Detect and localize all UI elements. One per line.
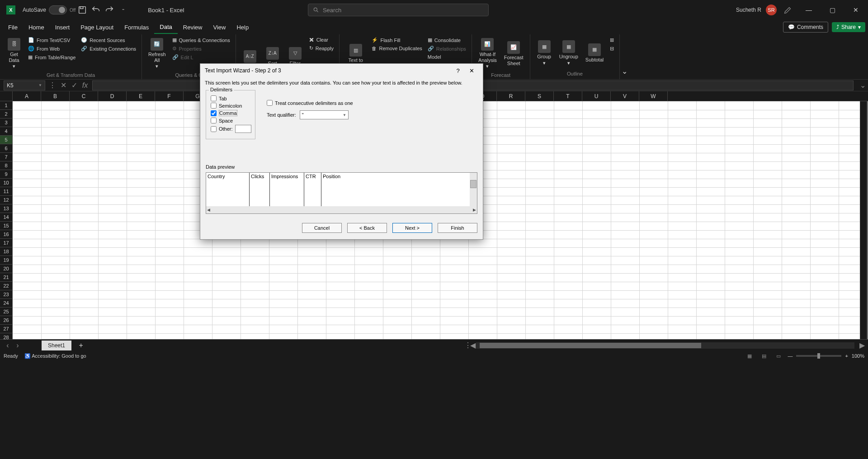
properties-button[interactable]: ⚙ Properties xyxy=(170,45,232,52)
back-button[interactable]: < Back xyxy=(347,223,387,233)
name-box[interactable]: K5▼ xyxy=(4,80,45,90)
page-break-view-icon[interactable]: ▭ xyxy=(773,352,784,360)
row-header[interactable]: 21 xyxy=(0,273,12,282)
normal-view-icon[interactable]: ▦ xyxy=(744,352,755,360)
tab-view[interactable]: View xyxy=(208,21,231,33)
row-header[interactable]: 16 xyxy=(0,230,12,239)
row-header[interactable]: 24 xyxy=(0,299,12,308)
sheet-options-icon[interactable]: ⋮ xyxy=(464,341,470,350)
row-header[interactable]: 10 xyxy=(0,179,12,187)
share-button[interactable]: ⤴ Share ▾ xyxy=(832,22,865,32)
delimiter-comma-checkbox[interactable]: Comma xyxy=(211,110,250,116)
delimiter-tab-checkbox[interactable]: Tab xyxy=(211,95,250,101)
hscroll-thumb[interactable] xyxy=(480,343,701,348)
tab-page-layout[interactable]: Page Layout xyxy=(75,21,119,33)
column-header[interactable]: R xyxy=(497,91,525,101)
row-header[interactable]: 2 xyxy=(0,110,12,118)
sheet-nav-prev-icon[interactable]: ‹ xyxy=(3,341,13,350)
dialog-close-button[interactable]: ✕ xyxy=(465,65,478,76)
sheet-nav-next-icon[interactable]: › xyxy=(13,341,23,350)
row-header[interactable]: 15 xyxy=(0,222,12,230)
undo-icon[interactable] xyxy=(91,5,101,15)
group-button[interactable]: ▦Group ▾ xyxy=(534,36,555,70)
row-header[interactable]: 5 xyxy=(0,136,12,144)
row-header[interactable]: 11 xyxy=(0,187,12,196)
row-header[interactable]: 6 xyxy=(0,144,12,153)
row-header[interactable]: 25 xyxy=(0,308,12,316)
row-header[interactable]: 7 xyxy=(0,153,12,161)
tab-data[interactable]: Data xyxy=(154,21,177,34)
row-header[interactable]: 14 xyxy=(0,213,12,222)
zoom-thumb[interactable] xyxy=(817,353,820,359)
dialog-help-button[interactable]: ? xyxy=(451,65,465,76)
delimiter-other-checkbox[interactable]: Other: xyxy=(211,125,250,133)
row-header[interactable]: 13 xyxy=(0,204,12,213)
preview-horizontal-scrollbar[interactable]: ◀▶ xyxy=(206,206,477,213)
ungroup-button[interactable]: ▦Ungroup ▾ xyxy=(557,36,581,70)
reapply-button[interactable]: ↻ Reapply xyxy=(307,44,335,52)
tab-review[interactable]: Review xyxy=(178,21,208,33)
zoom-in-button[interactable]: + xyxy=(845,353,848,359)
row-header[interactable]: 19 xyxy=(0,256,12,265)
column-header[interactable]: D xyxy=(98,91,127,101)
recent-sources-button[interactable]: 🕘 Recent Sources xyxy=(79,36,138,44)
preview-hscroll-left-icon[interactable]: ◀ xyxy=(207,208,210,212)
add-sheet-button[interactable]: + xyxy=(76,341,86,350)
from-web-button[interactable]: 🌐 From Web xyxy=(26,45,77,52)
search-box[interactable]: Search xyxy=(308,4,489,16)
row-header[interactable]: 26 xyxy=(0,316,12,325)
maximize-button[interactable]: ▢ xyxy=(823,3,842,17)
remove-duplicates-button[interactable]: 🗑 Remove Duplicates xyxy=(370,45,424,52)
row-header[interactable]: 28 xyxy=(0,333,12,339)
tab-insert[interactable]: Insert xyxy=(50,21,75,33)
preview-vscroll-thumb[interactable] xyxy=(470,180,476,188)
column-header[interactable]: V xyxy=(611,91,639,101)
get-data-button[interactable]: 🗄Get Data ▾ xyxy=(4,36,24,71)
enter-formula-icon[interactable]: ✓ xyxy=(70,81,79,90)
column-header[interactable]: E xyxy=(127,91,155,101)
preview-hscroll-right-icon[interactable]: ▶ xyxy=(473,208,476,212)
model-button[interactable]: Model xyxy=(426,53,468,61)
zoom-out-button[interactable]: — xyxy=(788,353,793,359)
sheet-tab-active[interactable]: Sheet1 xyxy=(42,341,71,350)
select-all-corner[interactable] xyxy=(0,91,13,101)
column-header[interactable]: F xyxy=(155,91,184,101)
column-header[interactable]: W xyxy=(639,91,668,101)
finish-button[interactable]: Finish xyxy=(438,223,477,233)
row-header[interactable]: 23 xyxy=(0,290,12,299)
column-header[interactable]: A xyxy=(13,91,41,101)
ink-icon[interactable] xyxy=(783,5,793,15)
relationships-button[interactable]: 🔗 Relationships xyxy=(426,45,468,52)
from-text-csv-button[interactable]: 📄 From Text/CSV xyxy=(26,36,77,44)
redo-icon[interactable] xyxy=(104,5,114,15)
close-window-button[interactable]: ✕ xyxy=(846,3,865,17)
zoom-slider[interactable] xyxy=(796,355,841,357)
delimiter-space-checkbox[interactable]: Space xyxy=(211,118,250,123)
column-header[interactable]: B xyxy=(41,91,70,101)
column-header[interactable]: C xyxy=(70,91,98,101)
qat-dropdown-icon[interactable]: ⁼ xyxy=(118,5,128,15)
consolidate-button[interactable]: ▦ Consolidate xyxy=(426,36,468,44)
row-header[interactable]: 18 xyxy=(0,247,12,256)
next-button[interactable]: Next > xyxy=(392,223,432,233)
row-header[interactable]: 27 xyxy=(0,325,12,333)
tab-formulas[interactable]: Formulas xyxy=(119,21,154,33)
hide-detail-icon[interactable]: ⊟ xyxy=(608,45,616,52)
row-header[interactable]: 4 xyxy=(0,127,12,136)
clear-filter-button[interactable]: 🗙 Clear xyxy=(307,36,335,43)
fx-icon[interactable]: fx xyxy=(80,81,90,90)
row-header[interactable]: 17 xyxy=(0,239,12,247)
row-header[interactable]: 3 xyxy=(0,118,12,127)
text-qualifier-dropdown[interactable]: "▼ xyxy=(300,110,349,119)
expand-namebox-icon[interactable]: ⋮ xyxy=(48,81,57,90)
minimize-button[interactable]: — xyxy=(799,3,818,17)
dialog-title-bar[interactable]: Text Import Wizard - Step 2 of 3 ? ✕ xyxy=(200,64,483,77)
autosave-toggle[interactable] xyxy=(49,5,67,14)
queries-connections-button[interactable]: ▦ Queries & Connections xyxy=(170,36,232,44)
comments-button[interactable]: 💬 Comments xyxy=(783,22,828,33)
expand-formula-bar-icon[interactable]: ⌄ xyxy=(858,81,867,90)
treat-consecutive-checkbox[interactable]: Treat consecutive delimiters as one xyxy=(267,100,353,106)
user-avatar[interactable]: SR xyxy=(766,5,777,15)
delimiter-semicolon-checkbox[interactable]: Semicolon xyxy=(211,103,250,109)
row-header[interactable]: 1 xyxy=(0,101,12,110)
